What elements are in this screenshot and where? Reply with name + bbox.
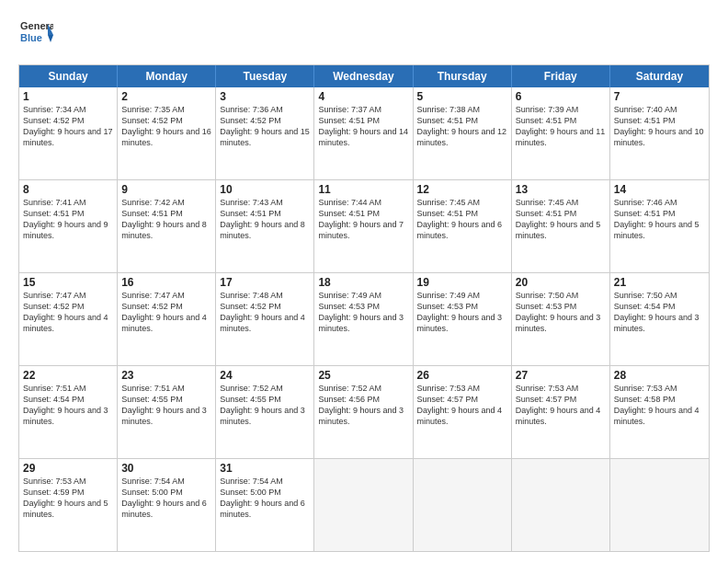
cell-info: Sunrise: 7:50 AMSunset: 4:54 PMDaylight:… [614,290,705,335]
day-number: 8 [23,183,113,196]
day-number: 7 [614,90,705,103]
calendar-cell: 7Sunrise: 7:40 AMSunset: 4:51 PMDaylight… [610,87,709,179]
calendar-cell: 3Sunrise: 7:36 AMSunset: 4:52 PMDaylight… [216,87,314,179]
calendar-row: 1Sunrise: 7:34 AMSunset: 4:52 PMDaylight… [19,87,709,179]
day-number: 24 [220,369,310,382]
calendar-cell: 15Sunrise: 7:47 AMSunset: 4:52 PMDayligh… [19,273,118,365]
cell-info: Sunrise: 7:48 AMSunset: 4:52 PMDaylight:… [220,290,310,335]
calendar-cell: 17Sunrise: 7:48 AMSunset: 4:52 PMDayligh… [216,273,314,365]
cell-info: Sunrise: 7:45 AMSunset: 4:51 PMDaylight:… [516,197,606,242]
cell-info: Sunrise: 7:45 AMSunset: 4:51 PMDaylight:… [417,197,507,242]
cell-info: Sunrise: 7:34 AMSunset: 4:52 PMDaylight:… [23,104,113,149]
calendar-body: 1Sunrise: 7:34 AMSunset: 4:52 PMDaylight… [19,87,709,551]
day-number: 11 [318,183,408,196]
cell-info: Sunrise: 7:43 AMSunset: 4:51 PMDaylight:… [220,197,310,242]
day-number: 20 [516,276,606,289]
cell-info: Sunrise: 7:54 AMSunset: 5:00 PMDaylight:… [121,476,211,521]
calendar-cell: 31Sunrise: 7:54 AMSunset: 5:00 PMDayligh… [216,459,314,551]
calendar-cell: 28Sunrise: 7:53 AMSunset: 4:58 PMDayligh… [610,366,709,458]
calendar-cell: 12Sunrise: 7:45 AMSunset: 4:51 PMDayligh… [414,180,512,272]
day-number: 22 [23,369,113,382]
day-number: 16 [121,276,211,289]
cell-info: Sunrise: 7:53 AMSunset: 4:57 PMDaylight:… [417,383,507,428]
cell-info: Sunrise: 7:47 AMSunset: 4:52 PMDaylight:… [23,290,113,335]
weekday-header: Tuesday [216,65,314,87]
day-number: 19 [417,276,507,289]
cell-info: Sunrise: 7:41 AMSunset: 4:51 PMDaylight:… [23,197,113,242]
svg-text:Blue: Blue [20,32,42,43]
calendar-cell: 14Sunrise: 7:46 AMSunset: 4:51 PMDayligh… [610,180,709,272]
calendar-cell: 27Sunrise: 7:53 AMSunset: 4:57 PMDayligh… [512,366,610,458]
calendar-cell: 18Sunrise: 7:49 AMSunset: 4:53 PMDayligh… [314,273,413,365]
calendar-cell: 19Sunrise: 7:49 AMSunset: 4:53 PMDayligh… [414,273,512,365]
day-number: 26 [417,369,507,382]
day-number: 13 [516,183,606,196]
cell-info: Sunrise: 7:52 AMSunset: 4:56 PMDaylight:… [318,383,408,428]
day-number: 9 [121,183,211,196]
calendar-row: 29Sunrise: 7:53 AMSunset: 4:59 PMDayligh… [19,458,709,551]
cell-info: Sunrise: 7:49 AMSunset: 4:53 PMDaylight:… [417,290,507,335]
cell-info: Sunrise: 7:42 AMSunset: 4:51 PMDaylight:… [121,197,211,242]
day-number: 2 [121,90,211,103]
day-number: 17 [220,276,310,289]
calendar-cell: 2Sunrise: 7:35 AMSunset: 4:52 PMDaylight… [118,87,216,179]
calendar-cell: 16Sunrise: 7:47 AMSunset: 4:52 PMDayligh… [118,273,216,365]
cell-info: Sunrise: 7:47 AMSunset: 4:52 PMDaylight:… [121,290,211,335]
calendar-cell: 8Sunrise: 7:41 AMSunset: 4:51 PMDaylight… [19,180,118,272]
cell-info: Sunrise: 7:46 AMSunset: 4:51 PMDaylight:… [614,197,705,242]
cell-info: Sunrise: 7:49 AMSunset: 4:53 PMDaylight:… [318,290,408,335]
calendar-cell: 29Sunrise: 7:53 AMSunset: 4:59 PMDayligh… [19,459,118,551]
day-number: 25 [318,369,408,382]
weekday-header: Monday [118,65,216,87]
cell-info: Sunrise: 7:40 AMSunset: 4:51 PMDaylight:… [614,104,705,149]
day-number: 4 [318,90,408,103]
day-number: 18 [318,276,408,289]
calendar-cell: 21Sunrise: 7:50 AMSunset: 4:54 PMDayligh… [610,273,709,365]
cell-info: Sunrise: 7:50 AMSunset: 4:53 PMDaylight:… [516,290,606,335]
calendar: SundayMondayTuesdayWednesdayThursdayFrid… [18,64,710,552]
cell-info: Sunrise: 7:53 AMSunset: 4:59 PMDaylight:… [23,476,113,521]
cell-info: Sunrise: 7:51 AMSunset: 4:54 PMDaylight:… [23,383,113,428]
calendar-cell: 24Sunrise: 7:52 AMSunset: 4:55 PMDayligh… [216,366,314,458]
day-number: 23 [121,369,211,382]
calendar-cell: 1Sunrise: 7:34 AMSunset: 4:52 PMDaylight… [19,87,118,179]
calendar-cell: 6Sunrise: 7:39 AMSunset: 4:51 PMDaylight… [512,87,610,179]
cell-info: Sunrise: 7:52 AMSunset: 4:55 PMDaylight:… [220,383,310,428]
cell-info: Sunrise: 7:37 AMSunset: 4:51 PMDaylight:… [318,104,408,149]
calendar-cell: 20Sunrise: 7:50 AMSunset: 4:53 PMDayligh… [512,273,610,365]
calendar-row: 8Sunrise: 7:41 AMSunset: 4:51 PMDaylight… [19,179,709,272]
weekday-header: Wednesday [314,65,413,87]
calendar-cell [414,459,512,551]
calendar-cell: 22Sunrise: 7:51 AMSunset: 4:54 PMDayligh… [19,366,118,458]
calendar-cell: 11Sunrise: 7:44 AMSunset: 4:51 PMDayligh… [314,180,413,272]
day-number: 3 [220,90,310,103]
svg-marker-3 [48,35,53,42]
calendar-header: SundayMondayTuesdayWednesdayThursdayFrid… [19,65,709,87]
calendar-cell: 26Sunrise: 7:53 AMSunset: 4:57 PMDayligh… [414,366,512,458]
header: General Blue [18,17,710,55]
calendar-cell: 4Sunrise: 7:37 AMSunset: 4:51 PMDaylight… [314,87,413,179]
day-number: 15 [23,276,113,289]
day-number: 28 [614,369,705,382]
calendar-cell: 23Sunrise: 7:51 AMSunset: 4:55 PMDayligh… [118,366,216,458]
calendar-cell: 5Sunrise: 7:38 AMSunset: 4:51 PMDaylight… [414,87,512,179]
day-number: 21 [614,276,705,289]
day-number: 31 [220,462,310,475]
logo-icon: General Blue [18,17,53,52]
calendar-cell: 10Sunrise: 7:43 AMSunset: 4:51 PMDayligh… [216,180,314,272]
calendar-cell: 30Sunrise: 7:54 AMSunset: 5:00 PMDayligh… [118,459,216,551]
cell-info: Sunrise: 7:39 AMSunset: 4:51 PMDaylight:… [516,104,606,149]
calendar-cell [610,459,709,551]
cell-info: Sunrise: 7:54 AMSunset: 5:00 PMDaylight:… [220,476,310,521]
weekday-header: Friday [512,65,610,87]
cell-info: Sunrise: 7:36 AMSunset: 4:52 PMDaylight:… [220,104,310,149]
day-number: 12 [417,183,507,196]
day-number: 29 [23,462,113,475]
day-number: 10 [220,183,310,196]
day-number: 5 [417,90,507,103]
weekday-header: Saturday [610,65,709,87]
calendar-cell: 9Sunrise: 7:42 AMSunset: 4:51 PMDaylight… [118,180,216,272]
cell-info: Sunrise: 7:53 AMSunset: 4:57 PMDaylight:… [516,383,606,428]
logo: General Blue [18,17,53,55]
day-number: 1 [23,90,113,103]
